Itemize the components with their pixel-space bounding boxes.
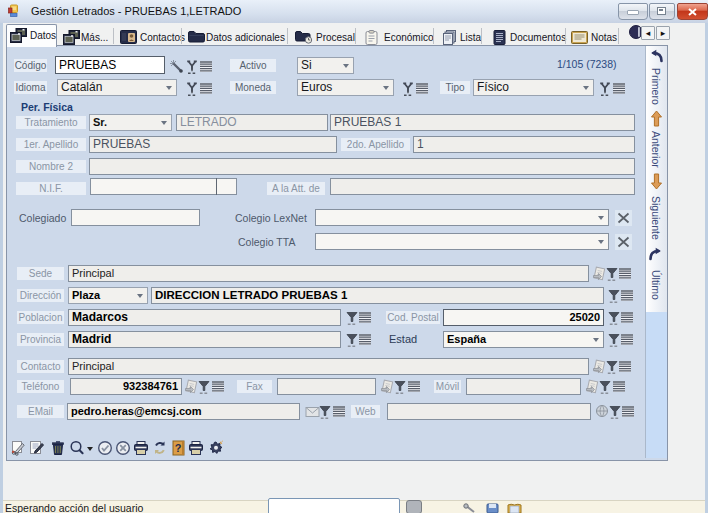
svg-text:?: ? bbox=[175, 442, 182, 454]
